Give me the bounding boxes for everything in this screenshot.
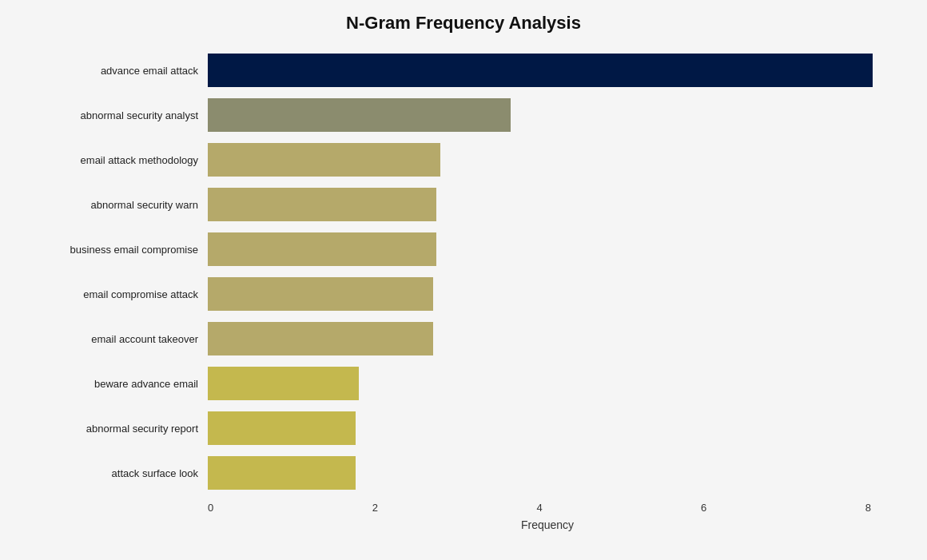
bar-track	[208, 188, 887, 221]
bar-label: advance email attack	[40, 65, 208, 77]
bar-fill	[208, 143, 440, 177]
bar-track	[208, 98, 887, 132]
bar-fill	[208, 367, 359, 400]
bar-fill	[208, 232, 436, 266]
bar-label: email compromise attack	[40, 288, 208, 300]
x-tick-label: 6	[701, 502, 706, 514]
bar-fill	[208, 277, 433, 311]
bar-label: attack surface look	[40, 467, 208, 479]
bar-track	[208, 143, 887, 177]
x-axis: 02468	[208, 497, 871, 514]
bar-row: email attack methodology	[40, 139, 887, 181]
bar-track	[208, 54, 887, 87]
bar-label: abnormal security analyst	[40, 109, 208, 121]
bar-label: abnormal security report	[40, 423, 208, 435]
bar-row: advance email attack	[40, 50, 887, 91]
bar-fill	[208, 54, 873, 87]
bar-row: email account takeover	[40, 318, 887, 359]
x-axis-title: Frequency	[208, 518, 887, 531]
bar-fill	[208, 411, 356, 445]
bar-track	[208, 367, 887, 400]
bar-fill	[208, 456, 356, 490]
x-tick-label: 8	[865, 502, 871, 514]
bar-track	[208, 322, 887, 355]
bar-track	[208, 232, 887, 266]
bar-row: attack surface look	[40, 452, 887, 494]
x-tick-label: 4	[536, 502, 542, 514]
bar-fill	[208, 98, 511, 132]
chart-with-labels: advance email attackabnormal security an…	[40, 50, 887, 497]
bar-row: business email compromise	[40, 228, 887, 270]
bar-row: abnormal security warn	[40, 184, 887, 225]
bar-fill	[208, 322, 433, 355]
bar-track	[208, 411, 887, 445]
bar-label: business email compromise	[40, 244, 208, 256]
bar-label: email account takeover	[40, 333, 208, 345]
x-tick-label: 2	[372, 502, 378, 514]
bar-track	[208, 277, 887, 311]
chart-title: N-Gram Frequency Analysis	[40, 13, 887, 34]
bar-row: abnormal security report	[40, 407, 887, 449]
bar-label: email attack methodology	[40, 154, 208, 166]
bar-row: abnormal security analyst	[40, 94, 887, 136]
chart-container: N-Gram Frequency Analysis advance email …	[24, 0, 903, 560]
bar-label: abnormal security warn	[40, 199, 208, 211]
bar-track	[208, 456, 887, 490]
bar-fill	[208, 188, 436, 221]
bar-row: beware advance email	[40, 363, 887, 404]
bar-row: email compromise attack	[40, 273, 887, 315]
bar-label: beware advance email	[40, 378, 208, 390]
x-tick-label: 0	[208, 502, 213, 514]
